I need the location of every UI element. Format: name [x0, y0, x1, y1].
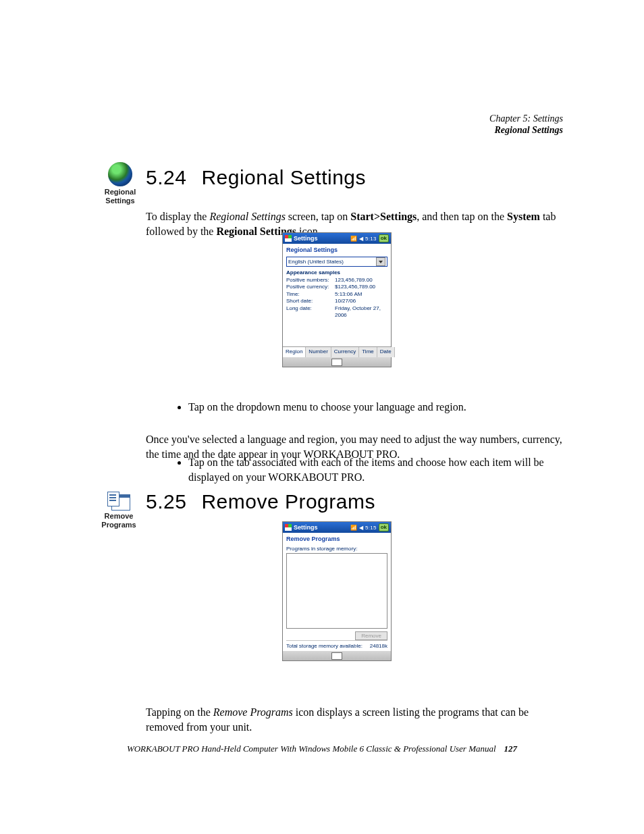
section-heading-5-25: 5.25Remove Programs — [146, 490, 375, 513]
header-chapter: Chapter 5: Settings — [489, 113, 563, 125]
sample-row: Short date:10/27/06 — [286, 298, 387, 305]
ok-button[interactable]: ok — [379, 523, 389, 531]
start-icon — [285, 524, 292, 531]
remove-programs-screenshot: Settings 📶 ◀ 5:15 ok Remove Programs Pro… — [282, 521, 392, 661]
chevron-down-icon — [376, 257, 385, 266]
paragraph: Tapping on the Remove Programs icon disp… — [146, 705, 564, 734]
screen-title: Remove Programs — [283, 533, 391, 544]
tabs-row: Region Number Currency Time Date — [283, 346, 391, 357]
section-title: Regional Settings — [201, 166, 366, 188]
remove-programs-icon — [107, 492, 130, 511]
programs-listbox[interactable] — [286, 553, 387, 629]
remove-programs-app-icon: RemovePrograms — [92, 492, 146, 529]
sample-row: Time:5:13:06 AM — [286, 291, 387, 298]
tab-date[interactable]: Date — [377, 347, 395, 357]
sip-bar — [283, 651, 391, 660]
footer-text: WORKABOUT PRO Hand-Held Computer With Wi… — [127, 744, 496, 754]
dropdown-value: English (United States) — [288, 259, 344, 265]
memory-line: Total storage memory available: 24818k — [286, 643, 387, 649]
icon-label: RegionalSettings — [93, 188, 147, 205]
page-number: 127 — [504, 744, 518, 754]
bullet-list: Tap on the tab associated with each of t… — [188, 455, 563, 484]
tab-region[interactable]: Region — [283, 347, 306, 357]
sample-row: Long date:Friday, October 27, 2006 — [286, 305, 387, 319]
status-time: 📶 ◀ 5:15 — [350, 525, 376, 531]
memory-value: 24818k — [370, 643, 387, 649]
page: Chapter 5: Settings Regional Settings Re… — [0, 0, 644, 834]
page-footer: WORKABOUT PRO Hand-Held Computer With Wi… — [0, 744, 644, 754]
tab-time[interactable]: Time — [359, 347, 377, 357]
device-titlebar: Settings 📶 ◀ 5:15 ok — [283, 522, 391, 533]
titlebar-text: Settings — [294, 235, 318, 242]
regional-settings-screenshot: Settings 📶 ◀ 5:13 ok Regional Settings E… — [282, 232, 392, 367]
sip-bar — [283, 357, 391, 367]
device-titlebar: Settings 📶 ◀ 5:13 ok — [283, 233, 391, 244]
tab-currency[interactable]: Currency — [331, 347, 359, 357]
header-section: Regional Settings — [489, 125, 563, 136]
appearance-samples-label: Appearance samples — [286, 269, 387, 276]
section-title: Remove Programs — [201, 490, 375, 513]
status-time: 📶 ◀ 5:13 — [350, 236, 376, 242]
programs-label: Programs in storage memory: — [286, 546, 387, 552]
bullet-item: Tap on the dropdown menu to choose your … — [188, 400, 573, 415]
region-dropdown[interactable]: English (United States) — [286, 257, 387, 267]
running-header: Chapter 5: Settings Regional Settings — [489, 113, 563, 136]
section-number: 5.24 — [146, 166, 186, 188]
screen-title: Regional Settings — [283, 244, 391, 255]
remove-button[interactable]: Remove — [355, 631, 387, 640]
regional-settings-app-icon: RegionalSettings — [93, 162, 147, 205]
globe-icon — [108, 162, 132, 186]
tab-number[interactable]: Number — [306, 347, 331, 357]
section-heading-5-24: 5.24Regional Settings — [146, 166, 366, 189]
icon-label: RemovePrograms — [92, 512, 146, 529]
sample-row: Positive currency:$123,456,789.00 — [286, 284, 387, 290]
ok-button[interactable]: ok — [379, 234, 389, 242]
keyboard-icon[interactable] — [331, 359, 342, 366]
start-icon — [285, 235, 292, 242]
keyboard-icon[interactable] — [331, 652, 342, 660]
titlebar-text: Settings — [294, 524, 318, 531]
sample-row: Positive numbers:123,456,789.00 — [286, 277, 387, 284]
bullet-list: Tap on the dropdown menu to choose your … — [188, 400, 573, 415]
section-number: 5.25 — [146, 490, 186, 513]
bullet-item: Tap on the tab associated with each of t… — [188, 455, 563, 484]
memory-label: Total storage memory available: — [286, 643, 363, 649]
